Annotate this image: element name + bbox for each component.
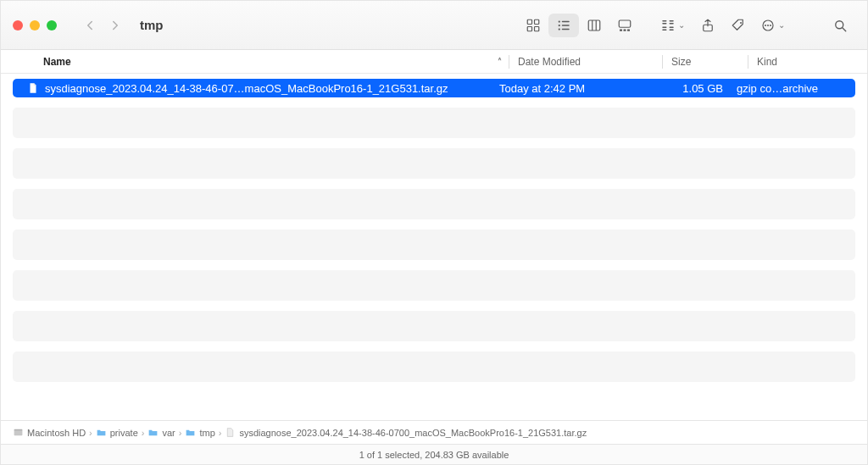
svg-rect-13 (619, 20, 631, 27)
svg-rect-23 (669, 26, 673, 28)
table-row (13, 311, 855, 341)
zoom-button[interactable] (47, 20, 57, 30)
table-row (13, 270, 855, 301)
table-row (13, 148, 855, 179)
table-row (13, 352, 855, 382)
svg-point-26 (740, 22, 742, 24)
table-row (13, 189, 855, 219)
svg-point-31 (836, 20, 843, 28)
chevron-right-icon: › (219, 428, 222, 438)
svg-rect-7 (562, 25, 570, 26)
path-crumb-tmp[interactable]: tmp (185, 427, 214, 438)
path-crumb-file[interactable]: sysdiagnose_2023.04.24_14-38-46-0700_mac… (225, 427, 587, 438)
svg-rect-3 (535, 26, 539, 30)
path-crumb-private[interactable]: private (96, 427, 138, 438)
column-header-date[interactable]: Date Modified (509, 56, 662, 68)
column-header-kind[interactable]: Kind (748, 56, 867, 68)
svg-point-28 (765, 25, 766, 26)
svg-rect-9 (562, 28, 570, 30)
file-name: sysdiagnose_2023.04.24_14-38-46-07…macOS… (45, 82, 499, 95)
column-header-name-label: Name (43, 56, 71, 68)
svg-rect-2 (527, 26, 531, 30)
svg-rect-1 (535, 19, 539, 24)
svg-point-30 (770, 25, 771, 26)
svg-point-29 (767, 25, 769, 26)
path-crumb-root[interactable]: Macintosh HD (13, 427, 86, 438)
svg-point-6 (559, 24, 560, 25)
svg-rect-14 (620, 29, 622, 30)
svg-rect-15 (624, 29, 626, 30)
file-date: Today at 2:42 PM (499, 82, 652, 95)
view-switcher (518, 14, 640, 37)
svg-rect-20 (669, 23, 673, 25)
tags-button[interactable] (723, 14, 754, 37)
path-bar: Macintosh HD › private › var › tmp › sys… (1, 420, 867, 444)
svg-rect-22 (662, 29, 666, 30)
toolbar: tmp ⌄ (1, 1, 867, 50)
column-view-button[interactable] (579, 14, 609, 37)
svg-rect-17 (662, 20, 666, 22)
chevron-down-icon: ⌄ (778, 20, 785, 30)
svg-rect-0 (527, 19, 531, 24)
gallery-view-button[interactable] (609, 14, 640, 37)
list-view-button[interactable] (548, 14, 579, 37)
svg-point-8 (559, 28, 560, 30)
svg-rect-16 (627, 29, 630, 30)
close-button[interactable] (13, 20, 23, 30)
svg-rect-34 (14, 429, 23, 431)
chevron-down-icon: ⌄ (678, 20, 685, 30)
svg-line-32 (843, 28, 846, 31)
icon-view-button[interactable] (518, 14, 548, 37)
share-button[interactable] (693, 14, 723, 37)
svg-point-4 (559, 20, 560, 22)
status-text: 1 of 1 selected, 204.83 GB available (359, 450, 509, 460)
window-controls (13, 20, 57, 30)
svg-rect-19 (669, 20, 673, 22)
table-row (13, 108, 855, 138)
path-crumb-var[interactable]: var (147, 427, 175, 438)
svg-rect-33 (14, 430, 23, 436)
sort-ascending-icon: ˄ (498, 57, 502, 66)
finder-window: tmp ⌄ (0, 0, 868, 465)
file-size: 1.05 GB (652, 82, 737, 95)
forward-button[interactable] (103, 14, 128, 37)
file-kind: gzip co…archive (737, 82, 855, 95)
column-header-size[interactable]: Size (663, 56, 748, 68)
status-bar: 1 of 1 selected, 204.83 GB available (1, 444, 867, 464)
chevron-right-icon: › (179, 428, 182, 438)
svg-rect-24 (669, 29, 673, 30)
file-icon (26, 81, 40, 95)
minimize-button[interactable] (30, 20, 40, 30)
file-row[interactable]: sysdiagnose_2023.04.24_14-38-46-07…macOS… (13, 79, 855, 97)
window-title[interactable]: tmp (140, 18, 164, 32)
svg-rect-18 (662, 23, 666, 25)
column-header-name[interactable]: Name ˄ (43, 56, 509, 68)
svg-rect-5 (562, 20, 570, 22)
svg-rect-21 (662, 26, 666, 28)
table-row (13, 230, 855, 260)
group-by-button[interactable]: ⌄ (652, 14, 693, 37)
chevron-right-icon: › (89, 428, 92, 438)
actions-button[interactable]: ⌄ (754, 14, 791, 37)
search-button[interactable] (825, 14, 855, 37)
svg-rect-10 (588, 20, 600, 30)
file-list[interactable]: sysdiagnose_2023.04.24_14-38-46-07…macOS… (1, 74, 867, 420)
back-button[interactable] (77, 14, 103, 37)
column-header-row: Name ˄ Date Modified Size Kind (1, 50, 867, 74)
chevron-right-icon: › (142, 428, 145, 438)
